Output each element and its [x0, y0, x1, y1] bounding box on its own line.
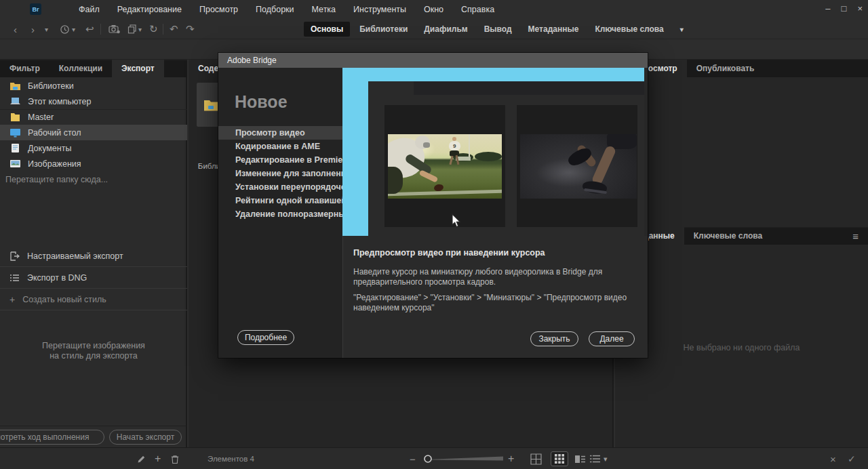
menu-view[interactable]: Просмотр [199, 5, 238, 14]
copy-pages-icon[interactable] [127, 19, 137, 39]
zoom-in-icon[interactable]: + [508, 448, 514, 469]
desktop-icon [9, 127, 21, 138]
view-thumbnails-button[interactable] [551, 451, 568, 466]
folder-icon [9, 112, 21, 122]
sidebar-item-this-computer[interactable]: Этот компьютер [0, 94, 187, 109]
tab-filter[interactable]: Фильтр [0, 60, 50, 77]
sidebar-item-label: Документы [28, 144, 71, 153]
preview-panel: Предпросмотр Опубликовать Метаданные Клю… [615, 60, 868, 447]
sidebar-item-desktop[interactable]: Рабочий стол [0, 125, 187, 140]
menu-stacks[interactable]: Подборки [256, 5, 294, 14]
view-details-button[interactable] [574, 451, 586, 466]
close-dialog-button[interactable]: Закрыть [530, 331, 578, 346]
nav-item-premiere-editing[interactable]: Редактирование в Premiere ... [218, 153, 342, 167]
dialog-nav-panel: Новое Просмотр видео Кодирование в AME Р… [218, 68, 342, 358]
sidebar-item-pictures[interactable]: Изображения [0, 156, 187, 171]
tab-publish[interactable]: Опубликовать [687, 60, 764, 77]
menu-label[interactable]: Метка [312, 5, 336, 14]
holder-pants [388, 167, 403, 194]
workspace-tab-output[interactable]: Вывод [477, 22, 519, 37]
workspace-tab-libraries[interactable]: Библиотеки [353, 22, 414, 37]
toolbar: ‹ › ▾ ▾ ↩ ▾ ↻ ↶ ↷ Основы Библиотеки Диаф… [0, 19, 868, 39]
view-list-button[interactable] [589, 451, 601, 466]
view-progress-button[interactable]: Просмотреть ход выполнения [0, 430, 104, 445]
boomerang-icon[interactable]: ↩ [85, 19, 94, 39]
workspace-more-chevron-icon[interactable]: ▾ [673, 23, 690, 36]
reject-icon[interactable]: × [830, 448, 836, 469]
workspace-tab-essentials[interactable]: Основы [304, 22, 350, 37]
tab-collections[interactable]: Коллекции [50, 60, 112, 77]
start-export-button[interactable]: Начать экспорт [109, 430, 182, 445]
menu-help[interactable]: Справка [461, 5, 494, 14]
recent-chevron-icon[interactable]: ▾ [72, 19, 75, 39]
sidebar-item-master[interactable]: Master [0, 109, 187, 125]
grid-lock-icon[interactable] [530, 448, 542, 469]
learn-more-button[interactable]: Подробнее [237, 330, 294, 345]
trash-icon[interactable] [171, 448, 179, 469]
next-button[interactable]: Далее [589, 331, 635, 346]
approve-icon[interactable]: ✓ [848, 448, 856, 469]
feature-settings-path: "Редактирование" > "Установки" > "Миниат… [353, 293, 638, 313]
runner-video-thumbnail [520, 134, 637, 199]
sidebar-item-label: Этот компьютер [28, 97, 91, 106]
nav-item-purge-fullsize[interactable]: Удаление полноразмерных... [218, 207, 342, 221]
player-leg [449, 156, 453, 165]
nav-item-ame-encoding[interactable]: Кодирование в AME [218, 140, 342, 153]
tab-keywords[interactable]: Ключевые слова [684, 227, 772, 245]
feature-description: Наведите курсор на миниатюру любого виде… [353, 267, 631, 287]
camera-import-icon[interactable] [108, 19, 120, 39]
recent-clock-icon[interactable] [60, 19, 70, 39]
workspace-tab-filmstrip[interactable]: Диафильм [417, 22, 474, 37]
computer-icon [9, 96, 21, 106]
nav-item-video-preview[interactable]: Просмотр видео [218, 126, 342, 140]
video-thumbnail-card: 9 [384, 105, 505, 227]
dng-list-icon [9, 274, 20, 282]
export-preset-custom[interactable]: Настраиваемый экспорт [0, 245, 187, 267]
export-drop-hint-line2: на стиль для экспорта [0, 351, 187, 361]
nav-item-one-key-ratings[interactable]: Рейтинги одной клавишей [218, 194, 342, 207]
panel-menu-icon[interactable]: ≡ [852, 230, 859, 242]
forward-icon[interactable]: › [31, 19, 35, 39]
nav-item-fill-rename[interactable]: Изменение для заполнения... [218, 167, 342, 180]
sync-icon[interactable]: ↻ [149, 19, 158, 39]
menu-file[interactable]: Файл [79, 5, 100, 14]
no-file-selected-message: Не выбрано ни одного файла [615, 343, 868, 352]
create-new-preset[interactable]: + Создать новый стиль [0, 289, 187, 310]
undo-icon[interactable]: ↶ [170, 19, 178, 39]
nav-chevron-icon[interactable]: ▾ [45, 19, 48, 39]
tab-export[interactable]: Экспорт [112, 60, 164, 77]
nav-item-reorder-prefs[interactable]: Установки переупорядочен... [218, 180, 342, 194]
export-drop-hint: Перетащите изображения на стиль для эксп… [0, 341, 187, 361]
toolbar-separator [100, 24, 101, 35]
menubar: Файл Редактирование Просмотр Подборки Ме… [79, 0, 494, 19]
edit-pencil-icon[interactable] [137, 448, 146, 469]
right-top-tabs: Предпросмотр Опубликовать [615, 60, 868, 77]
right-bottom-tabs: Метаданные Ключевые слова [615, 227, 868, 245]
menu-window[interactable]: Окно [424, 5, 443, 14]
export-preset-dng[interactable]: Экспорт в DNG [0, 267, 187, 289]
window-controls: – □ × [825, 0, 863, 16]
export-presets-list: Настраиваемый экспорт Экспорт в DNG + Со… [0, 245, 187, 310]
sidebar-item-libraries[interactable]: Библиотеки [0, 78, 187, 94]
dialog-titlebar[interactable]: Adobe Bridge [218, 53, 648, 68]
maximize-icon[interactable]: □ [842, 3, 847, 14]
accent-band-side [342, 68, 368, 236]
close-icon[interactable]: × [857, 3, 863, 14]
back-icon[interactable]: ‹ [14, 19, 17, 39]
minimize-icon[interactable]: – [825, 3, 830, 14]
workspace-tab-keywords[interactable]: Ключевые слова [588, 22, 670, 37]
thumbnail-size-slider[interactable] [422, 448, 505, 469]
workspace-tab-metadata[interactable]: Метаданные [521, 22, 586, 37]
redo-icon[interactable]: ↷ [186, 19, 195, 39]
view-options-chevron-icon[interactable]: ▾ [604, 448, 608, 469]
zoom-out-icon[interactable]: − [410, 448, 416, 469]
sidebar-item-documents[interactable]: Документы [0, 140, 187, 156]
dialog-heading: Новое [235, 92, 288, 112]
copy-chevron-icon[interactable]: ▾ [138, 19, 142, 39]
menu-edit[interactable]: Редактирование [117, 5, 182, 14]
create-preset-label: Создать новый стиль [22, 295, 106, 304]
add-icon[interactable]: + [155, 448, 161, 469]
menu-tools[interactable]: Инструменты [353, 5, 406, 14]
dialog-nav-list: Просмотр видео Кодирование в AME Редакти… [218, 126, 342, 221]
export-preset-label: Экспорт в DNG [27, 273, 87, 283]
